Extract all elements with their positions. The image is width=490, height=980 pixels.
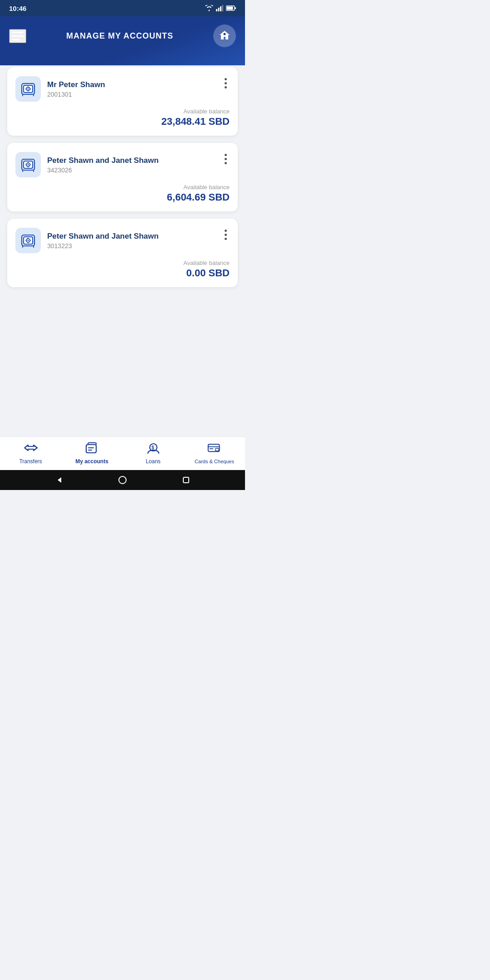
svg-point-7 xyxy=(224,33,226,35)
transfers-icon xyxy=(24,441,38,456)
safe-icon-1 xyxy=(20,81,36,97)
signal-icon xyxy=(216,5,223,11)
account-icon-2 xyxy=(15,152,41,177)
nav-item-my-accounts[interactable]: My accounts xyxy=(61,441,122,465)
balance-value-2: 6,604.69 SBD xyxy=(167,191,230,203)
dot xyxy=(225,86,227,88)
dot xyxy=(225,230,227,232)
dot xyxy=(225,234,227,236)
home-circle-icon xyxy=(118,476,127,484)
header: MANAGE MY ACCOUNTS xyxy=(0,16,245,65)
battery-icon xyxy=(226,5,236,11)
nav-label-transfers: Transfers xyxy=(19,458,42,465)
svg-text:$: $ xyxy=(152,445,154,450)
hamburger-line-2 xyxy=(12,35,24,37)
dot xyxy=(225,154,227,156)
bottom-nav: Transfers My accounts $ Loans Cards & Ch… xyxy=(0,436,245,470)
svg-point-21 xyxy=(28,164,29,166)
card-balance-row-2: Available balance 6,604.69 SBD xyxy=(15,184,230,203)
nav-label-cards-cheques: Cards & Cheques xyxy=(195,459,234,464)
home-button[interactable] xyxy=(213,24,236,47)
card-left-2: Peter Shawn and Janet Shawn 3423026 xyxy=(15,152,159,177)
account-info-3: Peter Shawn and Janet Shawn 3013223 xyxy=(47,231,159,250)
account-number-2: 3423026 xyxy=(47,167,159,174)
cards-cheques-icon xyxy=(207,442,222,456)
balance-value-3: 0.00 SBD xyxy=(186,267,230,279)
account-icon-3 xyxy=(15,228,41,253)
card-balance-row-1: Available balance 23,848.41 SBD xyxy=(15,108,230,127)
dot xyxy=(225,238,227,240)
loans-icon: $ xyxy=(146,441,161,456)
card-left-1: Mr Peter Shawn 2001301 xyxy=(15,76,105,102)
home-circle-button[interactable] xyxy=(118,475,127,485)
status-bar: 10:46 xyxy=(0,0,245,16)
balance-label-2: Available balance xyxy=(183,184,230,191)
account-number-3: 3013223 xyxy=(47,242,159,250)
account-info-1: Mr Peter Shawn 2001301 xyxy=(47,80,105,98)
dot xyxy=(225,158,227,160)
safe-icon-2 xyxy=(20,157,36,172)
svg-rect-1 xyxy=(218,8,220,11)
account-card-1: Mr Peter Shawn 2001301 Available balance… xyxy=(7,67,238,136)
card-balance-row-3: Available balance 0.00 SBD xyxy=(15,260,230,279)
account-name-1: Mr Peter Shawn xyxy=(47,80,105,90)
menu-button[interactable] xyxy=(9,29,26,43)
nav-item-transfers[interactable]: Transfers xyxy=(0,441,61,465)
account-card-2: Peter Shawn and Janet Shawn 3423026 Avai… xyxy=(7,143,238,211)
status-time: 10:46 xyxy=(9,5,26,12)
card-left-3: Peter Shawn and Janet Shawn 3013223 xyxy=(15,228,159,253)
account-name-3: Peter Shawn and Janet Shawn xyxy=(47,231,159,241)
svg-rect-2 xyxy=(220,6,221,11)
account-menu-button-1[interactable] xyxy=(222,76,230,90)
svg-rect-46 xyxy=(215,448,218,451)
my-accounts-icon xyxy=(85,441,99,456)
account-name-2: Peter Shawn and Janet Shawn xyxy=(47,156,159,166)
recent-apps-icon xyxy=(182,476,190,484)
svg-rect-3 xyxy=(222,5,224,11)
nav-item-cards-cheques[interactable]: Cards & Cheques xyxy=(184,442,245,464)
dot xyxy=(225,162,227,164)
svg-point-31 xyxy=(28,240,29,241)
svg-rect-0 xyxy=(216,9,217,11)
account-icon-1 xyxy=(15,76,41,102)
back-button[interactable] xyxy=(54,475,64,485)
svg-point-48 xyxy=(119,476,126,484)
dot xyxy=(225,78,227,80)
hamburger-line-3 xyxy=(12,39,20,40)
account-number-1: 2001301 xyxy=(47,91,105,98)
home-icon xyxy=(218,29,231,42)
account-card-3: Peter Shawn and Janet Shawn 3013223 Avai… xyxy=(7,219,238,287)
main-content: Mr Peter Shawn 2001301 Available balance… xyxy=(0,56,245,436)
balance-value-1: 23,848.41 SBD xyxy=(162,116,230,127)
balance-label-1: Available balance xyxy=(183,108,230,115)
card-header-row-3: Peter Shawn and Janet Shawn 3013223 xyxy=(15,228,230,253)
svg-rect-49 xyxy=(183,477,189,483)
svg-rect-6 xyxy=(235,7,236,9)
svg-point-11 xyxy=(28,88,29,90)
account-info-2: Peter Shawn and Janet Shawn 3423026 xyxy=(47,156,159,174)
status-icons xyxy=(205,5,236,11)
svg-rect-5 xyxy=(227,7,233,10)
android-nav-bar xyxy=(0,470,245,490)
nav-item-loans[interactable]: $ Loans xyxy=(122,441,184,465)
back-icon xyxy=(55,476,63,484)
dot xyxy=(225,82,227,84)
account-menu-button-2[interactable] xyxy=(222,152,230,166)
recent-apps-button[interactable] xyxy=(181,475,191,485)
account-menu-button-3[interactable] xyxy=(222,228,230,242)
card-header-row-2: Peter Shawn and Janet Shawn 3423026 xyxy=(15,152,230,177)
svg-marker-47 xyxy=(58,477,61,483)
page-title: MANAGE MY ACCOUNTS xyxy=(26,31,213,41)
svg-rect-38 xyxy=(86,445,96,453)
nav-label-my-accounts: My accounts xyxy=(75,458,108,465)
card-header-row-1: Mr Peter Shawn 2001301 xyxy=(15,76,230,102)
nav-label-loans: Loans xyxy=(146,458,161,465)
balance-label-3: Available balance xyxy=(183,260,230,266)
hamburger-line-1 xyxy=(12,32,24,33)
safe-icon-3 xyxy=(20,233,36,248)
wifi-icon xyxy=(205,5,213,11)
